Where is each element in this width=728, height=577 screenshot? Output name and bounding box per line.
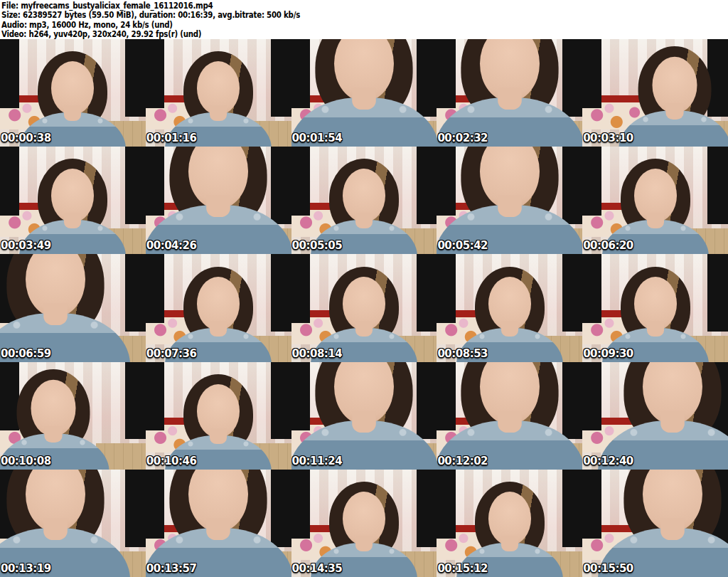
- video-thumbnail: 00:04:26: [146, 147, 291, 254]
- thumbnail-image: [437, 39, 582, 147]
- dark-panel-right: [125, 147, 146, 224]
- dark-panel-right: [707, 254, 728, 332]
- thumbnail-grid: 00:00:38 00:01:16: [0, 39, 728, 577]
- dark-panel-left: [146, 362, 165, 431]
- thumbnail-image: [146, 39, 291, 147]
- person-figure: [598, 470, 728, 577]
- dark-panel-left: [146, 39, 165, 108]
- neck: [647, 321, 664, 337]
- video-thumbnail: 00:12:02: [437, 362, 582, 470]
- dark-panel-left: [437, 254, 456, 323]
- video-thumbnail: 00:06:59: [0, 254, 146, 361]
- dark-panel-left: [291, 147, 311, 216]
- video-thumbnail: 00:10:46: [146, 362, 291, 470]
- neck: [206, 518, 230, 540]
- thumbnail-image: [146, 362, 291, 470]
- thumbnail-image: [582, 362, 728, 470]
- timestamp-label: 00:11:24: [292, 455, 343, 467]
- thumbnail-image: [582, 147, 728, 254]
- timestamp-label: 00:08:14: [292, 347, 343, 360]
- neck: [45, 426, 63, 443]
- neck: [210, 105, 227, 121]
- video-thumbnail: 00:01:54: [291, 39, 437, 147]
- size-line: Size: 62389527 bytes (59.50 MiB), durati…: [1, 10, 596, 19]
- thumbnail-image: [582, 39, 728, 147]
- thumbnail-image: [291, 470, 437, 577]
- timestamp-label: 00:06:59: [1, 347, 51, 360]
- video-thumbnail: 00:03:49: [0, 147, 146, 254]
- thumbnail-image: [437, 362, 582, 470]
- thumbnail-image: [146, 254, 291, 361]
- timestamp-label: 00:03:49: [1, 239, 51, 252]
- dark-panel-right: [271, 254, 291, 332]
- neck: [206, 196, 230, 218]
- neck: [210, 428, 227, 444]
- thumbnail-image: [0, 254, 146, 361]
- neck: [660, 518, 685, 540]
- timestamp-label: 00:01:54: [292, 132, 343, 144]
- neck: [64, 105, 81, 121]
- neck: [498, 88, 522, 110]
- timestamp-label: 00:12:40: [583, 455, 633, 467]
- person-figure: [598, 362, 728, 470]
- person-figure: [437, 362, 582, 470]
- video-thumbnail: 00:13:57: [146, 470, 291, 577]
- video-thumbnail: 00:02:32: [437, 39, 582, 147]
- video-thumbnail: 00:03:10: [582, 39, 728, 147]
- dark-panel-right: [271, 39, 291, 117]
- video-thumbnail: 00:13:19: [0, 470, 146, 577]
- neck: [501, 321, 518, 337]
- thumbnail-image: [0, 147, 146, 254]
- thumbnail-image: [437, 147, 582, 254]
- timestamp-label: 00:14:35: [292, 562, 343, 575]
- timestamp-label: 00:05:05: [292, 239, 343, 252]
- dark-panel-right: [417, 470, 437, 547]
- neck: [498, 411, 522, 433]
- thumbnail-image: [146, 470, 291, 577]
- neck: [660, 411, 685, 433]
- neck: [501, 536, 518, 551]
- timestamp-label: 00:09:30: [583, 347, 633, 360]
- neck: [355, 536, 373, 551]
- timestamp-label: 00:08:53: [437, 347, 488, 360]
- person-figure: [291, 39, 437, 147]
- neck: [44, 303, 68, 325]
- video-thumbnail: 00:01:16: [146, 39, 291, 147]
- timestamp-label: 00:05:42: [437, 239, 488, 252]
- video-thumbnail: 00:11:24: [291, 362, 437, 470]
- dark-panel-left: [0, 39, 19, 108]
- dark-panel-right: [707, 147, 728, 224]
- video-thumbnail: 00:10:08: [0, 362, 146, 470]
- person-figure: [437, 147, 582, 254]
- timestamp-label: 00:15:12: [437, 562, 488, 575]
- neck: [647, 213, 664, 228]
- thumbnail-image: [437, 470, 582, 577]
- timestamp-label: 00:01:16: [146, 132, 197, 144]
- person-figure: [146, 470, 291, 577]
- thumbnail-image: [291, 362, 437, 470]
- video-thumbnail: 00:06:20: [582, 147, 728, 254]
- thumbnail-image: [0, 362, 146, 470]
- video-thumbnail: 00:15:50: [582, 470, 728, 577]
- video-thumbnail: 00:08:53: [437, 254, 582, 361]
- dark-panel-right: [417, 147, 437, 224]
- person-figure: [0, 254, 130, 361]
- video-thumbnail: 00:15:12: [437, 470, 582, 577]
- neck: [352, 88, 376, 110]
- media-info-header: File: myfreecams_bustyaliciax_female_161…: [0, 0, 728, 39]
- thumbnail-image: [146, 147, 291, 254]
- thumbnail-image: [582, 254, 728, 361]
- timestamp-label: 00:06:20: [583, 239, 633, 252]
- dark-panel-left: [437, 470, 456, 539]
- thumbnail-image: [291, 254, 437, 361]
- dark-panel-left: [146, 254, 165, 323]
- neck: [352, 411, 376, 433]
- neck: [210, 321, 227, 337]
- video-thumbnail: 00:12:40: [582, 362, 728, 470]
- neck: [64, 213, 81, 228]
- dark-panel-left: [582, 254, 601, 323]
- video-thumbnail: 00:05:05: [291, 147, 437, 254]
- person-figure: [146, 147, 291, 254]
- file-line: File: myfreecams_bustyaliciax_female_161…: [1, 1, 596, 10]
- audio-line: Audio: mp3, 16000 Hz, mono, 24 kb/s (und…: [1, 20, 596, 29]
